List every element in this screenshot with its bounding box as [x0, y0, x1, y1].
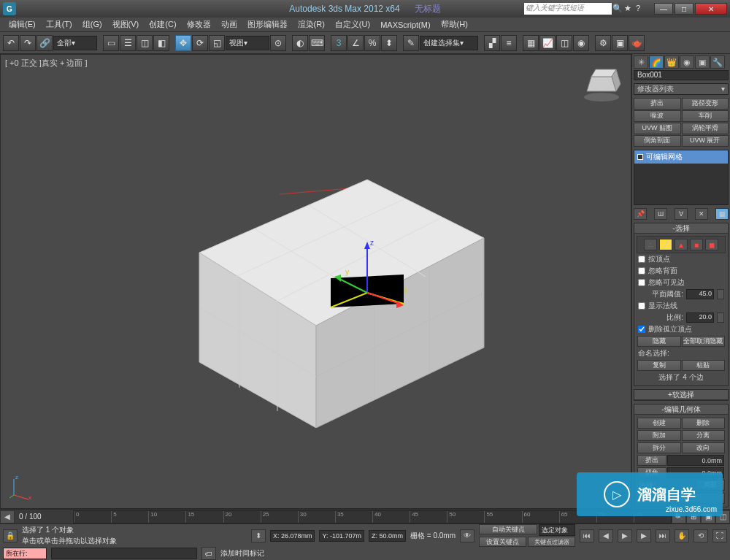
star-icon[interactable]: ★ — [624, 4, 634, 14]
rollout-selection-header[interactable]: - 选择 — [634, 223, 728, 234]
copy-selection-button[interactable]: 复制 — [637, 360, 681, 371]
menu-graph[interactable]: 图形编辑器 — [243, 18, 292, 31]
scale-button[interactable]: ◱ — [209, 35, 225, 51]
object-name-field[interactable]: Box001 — [634, 70, 729, 80]
tab-motion[interactable]: ◉ — [680, 55, 694, 69]
tab-modify[interactable]: 🌈 — [649, 55, 664, 69]
subobj-face[interactable]: ▲ — [675, 239, 688, 250]
spinner-snap-button[interactable]: ⬍ — [381, 35, 397, 51]
viewport-nav-orbit[interactable]: ⟲ — [694, 529, 708, 542]
remove-modifier-button[interactable]: ✕ — [695, 208, 708, 220]
menu-edit[interactable]: 编辑(E) — [4, 18, 40, 31]
rollout-editgeo-header[interactable]: - 编辑几何体 — [634, 404, 728, 415]
help-search-input[interactable]: 键入关键字或短语 — [524, 3, 612, 15]
add-time-tag-button[interactable]: 🏷 — [201, 547, 216, 560]
layer-manager-button[interactable]: ▦ — [523, 35, 539, 51]
viewport[interactable]: [ +0 正交 ]真实 + 边面 ] — [0, 54, 631, 509]
coord-y[interactable]: Y: -101.707m — [319, 530, 364, 542]
modifier-stack[interactable]: 可编辑网格 — [634, 150, 729, 205]
mod-uvwmap[interactable]: UVW 贴图 — [634, 123, 681, 134]
geo-create-button[interactable]: 创建 — [637, 418, 681, 429]
menu-tools[interactable]: 工具(T) — [42, 18, 77, 31]
render-button[interactable]: 🫖 — [629, 35, 645, 51]
geo-detach-button[interactable]: 分离 — [682, 430, 726, 441]
rotate-button[interactable]: ⟳ — [192, 35, 208, 51]
listener-input[interactable] — [51, 548, 197, 559]
keyfilter-dropdown[interactable]: 选定对象 — [539, 524, 575, 536]
app-logo[interactable]: G — [3, 2, 16, 15]
rollout-softsel-header[interactable]: + 软选择 — [634, 390, 728, 400]
percent-snap-button[interactable]: % — [364, 35, 380, 51]
autokey-button[interactable]: 自动关键点 — [479, 524, 537, 534]
tab-hierarchy[interactable]: 👑 — [664, 55, 679, 69]
menu-views[interactable]: 视图(V) — [108, 18, 144, 31]
play-end-button[interactable]: ⏭ — [656, 529, 670, 542]
menu-maxscript[interactable]: MAXScript(M) — [376, 19, 434, 31]
make-unique-button[interactable]: ∀ — [675, 208, 688, 220]
link-button[interactable]: 🔗 — [36, 35, 53, 51]
material-editor-button[interactable]: ◉ — [573, 35, 589, 51]
by-vertex-checkbox[interactable]: 按顶点 — [637, 253, 726, 265]
geo-attach-button[interactable]: 附加 — [637, 430, 681, 441]
align-button[interactable]: ≡ — [501, 35, 517, 51]
play-start-button[interactable]: ⏮ — [580, 529, 594, 542]
mirror-button[interactable]: ▞ — [484, 35, 500, 51]
menu-create[interactable]: 创建(C) — [145, 18, 180, 31]
search-icon[interactable]: 🔍 — [612, 4, 623, 14]
schematic-view-button[interactable]: ◫ — [556, 35, 572, 51]
isolate-button[interactable]: 👁 — [460, 529, 474, 542]
show-end-result-button[interactable]: Ш — [654, 208, 667, 220]
select-region-button[interactable]: ◫ — [137, 35, 153, 51]
play-prev-button[interactable]: ◀ — [599, 529, 613, 542]
select-name-button[interactable]: ☰ — [120, 35, 136, 51]
lock-selection-button[interactable]: 🔒 — [3, 529, 18, 542]
subobj-element[interactable]: ◼ — [705, 239, 718, 250]
scale-spinner[interactable] — [717, 312, 724, 323]
coord-x[interactable]: X: 26.078mm — [270, 530, 315, 542]
select-button[interactable]: ▭ — [103, 35, 119, 51]
move-button[interactable]: ✥ — [175, 35, 191, 51]
keyfilters-button[interactable]: 关键点过滤器 — [528, 537, 575, 547]
edit-named-sel-button[interactable]: ✎ — [403, 35, 419, 51]
planar-thresh-field[interactable]: 45.0 — [686, 289, 714, 299]
pin-stack-button[interactable]: 📌 — [634, 208, 647, 220]
play-next-button[interactable]: ▶ — [637, 529, 651, 542]
mod-pathdeform[interactable]: 路径变形 — [682, 98, 729, 110]
mod-noise[interactable]: 噪波 — [634, 110, 681, 122]
paste-selection-button[interactable]: 粘贴 — [682, 360, 726, 371]
render-setup-button[interactable]: ⚙ — [595, 35, 611, 51]
close-button[interactable]: ✕ — [695, 3, 727, 15]
geo-divide-button[interactable]: 拆分 — [637, 442, 681, 453]
tab-utilities[interactable]: 🔧 — [710, 55, 725, 69]
curve-editor-button[interactable]: 📈 — [539, 35, 556, 51]
play-button[interactable]: ▶ — [618, 529, 632, 542]
viewport-nav-pan[interactable]: ✋ — [675, 529, 689, 542]
tab-display[interactable]: ▣ — [695, 55, 710, 69]
geo-delete-button[interactable]: 删除 — [682, 418, 726, 429]
subobj-polygon[interactable]: ■ — [690, 239, 703, 250]
menu-rendering[interactable]: 渲染(R) — [293, 18, 329, 31]
tab-create[interactable]: ✳ — [634, 55, 648, 69]
window-crossing-button[interactable]: ◧ — [153, 35, 169, 51]
timeline-start-button[interactable]: ◀ — [0, 510, 15, 523]
minimize-button[interactable]: — — [654, 3, 673, 15]
keyboard-shortcut-button[interactable]: ⌨ — [309, 35, 325, 51]
delete-isolated-checkbox[interactable]: 删除孤立顶点 — [637, 323, 726, 335]
snap-toggle[interactable]: 3 — [331, 35, 347, 51]
ignore-backfacing-checkbox[interactable]: 忽略背面 — [637, 265, 726, 277]
coord-z[interactable]: Z: 50.0mm — [369, 530, 406, 542]
subobj-vertex[interactable]: ∴ — [644, 239, 657, 250]
select-manipulate-button[interactable]: ◐ — [292, 35, 308, 51]
selection-filter[interactable]: 全部 ▾ — [53, 36, 97, 50]
named-selection-dropdown[interactable]: 创建选择集 ▾ — [420, 36, 478, 50]
unhideall-button[interactable]: 全部取消隐藏 — [682, 336, 726, 347]
show-normals-checkbox[interactable]: 显示法线 — [637, 300, 726, 312]
menu-help[interactable]: 帮助(H) — [437, 18, 472, 31]
mod-turbosmooth[interactable]: 涡轮平滑 — [682, 123, 729, 134]
viewcube[interactable] — [580, 62, 623, 106]
pivot-button[interactable]: ⊙ — [270, 35, 286, 51]
mod-extrude[interactable]: 挤出 — [634, 98, 681, 110]
geo-extrude-button[interactable]: 挤出 — [637, 455, 666, 466]
mod-lathe[interactable]: 车削 — [682, 110, 729, 122]
render-frame-button[interactable]: ▣ — [612, 35, 628, 51]
